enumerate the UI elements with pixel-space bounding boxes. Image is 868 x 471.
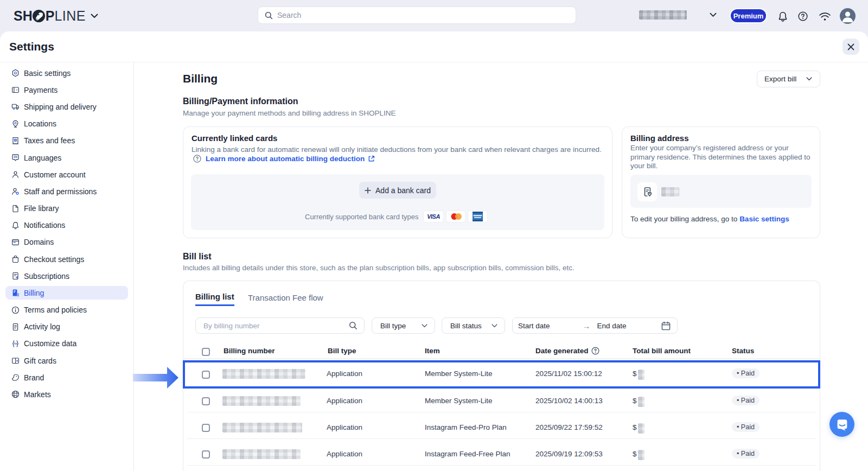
svg-text:Aa: Aa [14,342,17,345]
svg-text:EN: EN [14,156,17,158]
